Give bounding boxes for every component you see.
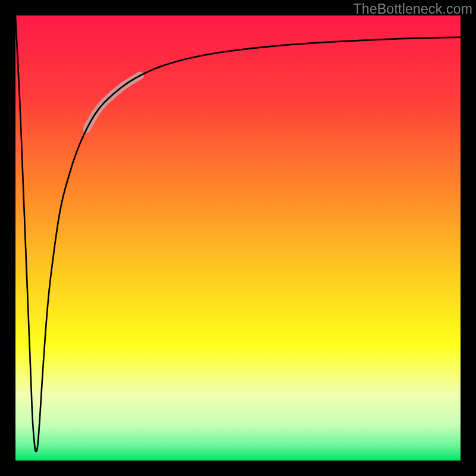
watermark-text: TheBottleneck.com xyxy=(353,1,472,17)
curve-layer xyxy=(15,15,461,461)
bottleneck-curve xyxy=(15,15,461,452)
plot-area xyxy=(15,15,461,461)
curve-highlight xyxy=(87,76,140,129)
chart-frame: TheBottleneck.com xyxy=(0,0,476,476)
